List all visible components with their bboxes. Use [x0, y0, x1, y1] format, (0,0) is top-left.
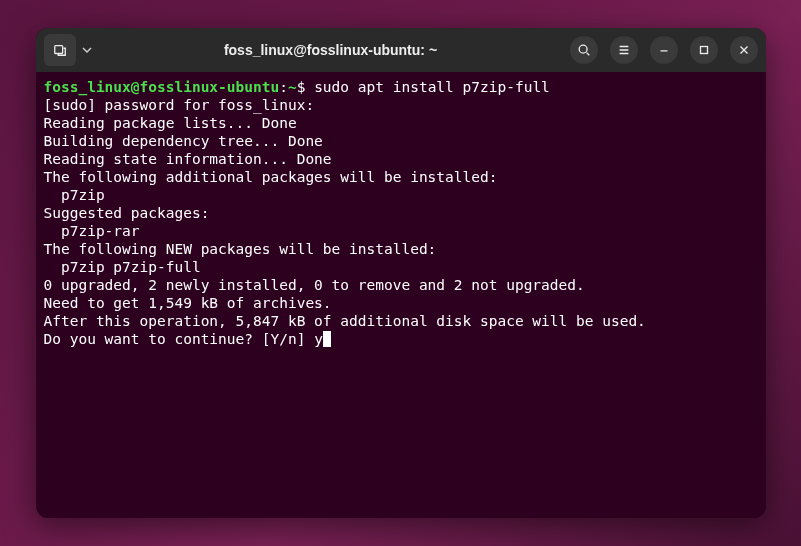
output-line: Suggested packages:: [44, 205, 210, 221]
terminal-window: foss_linux@fosslinux-ubuntu: ~ foss_linu…: [36, 28, 766, 518]
output-line: Reading state information... Done: [44, 151, 332, 167]
output-line: Need to get 1,549 kB of archives.: [44, 295, 332, 311]
menu-button[interactable]: [610, 36, 638, 64]
maximize-icon: [697, 43, 711, 57]
prompt-user-host: foss_linux@fosslinux-ubuntu: [44, 79, 280, 95]
search-icon: [577, 43, 591, 57]
titlebar-left: [44, 34, 92, 66]
command-text: sudo apt install p7zip-full: [314, 79, 550, 95]
output-line: p7zip p7zip-full: [44, 259, 201, 275]
terminal-body[interactable]: foss_linux@fosslinux-ubuntu:~$ sudo apt …: [36, 72, 766, 518]
output-line: 0 upgraded, 2 newly installed, 0 to remo…: [44, 277, 585, 293]
hamburger-icon: [617, 43, 631, 57]
output-line: Do you want to continue? [Y/n]: [44, 331, 315, 347]
output-line: The following NEW packages will be insta…: [44, 241, 437, 257]
output-line: The following additional packages will b…: [44, 169, 498, 185]
titlebar: foss_linux@fosslinux-ubuntu: ~: [36, 28, 766, 72]
minimize-button[interactable]: [650, 36, 678, 64]
user-input: y: [314, 331, 323, 347]
close-button[interactable]: [730, 36, 758, 64]
window-title: foss_linux@fosslinux-ubuntu: ~: [98, 42, 564, 58]
close-icon: [737, 43, 751, 57]
output-line: After this operation, 5,847 kB of additi…: [44, 313, 646, 329]
prompt-path: ~: [288, 79, 297, 95]
minimize-icon: [657, 43, 671, 57]
output-line: Reading package lists... Done: [44, 115, 297, 131]
cursor: [323, 331, 331, 347]
svg-rect-2: [700, 47, 707, 54]
output-line: [sudo] password for foss_linux:: [44, 97, 315, 113]
output-line: Building dependency tree... Done: [44, 133, 323, 149]
titlebar-right: [570, 36, 758, 64]
svg-point-1: [579, 45, 587, 53]
output-line: p7zip: [44, 187, 105, 203]
chevron-down-icon[interactable]: [82, 45, 92, 55]
prompt-separator: :: [279, 79, 288, 95]
new-tab-button[interactable]: [44, 34, 76, 66]
maximize-button[interactable]: [690, 36, 718, 64]
prompt-symbol: $: [297, 79, 306, 95]
output-line: p7zip-rar: [44, 223, 140, 239]
search-button[interactable]: [570, 36, 598, 64]
svg-rect-0: [54, 46, 62, 54]
